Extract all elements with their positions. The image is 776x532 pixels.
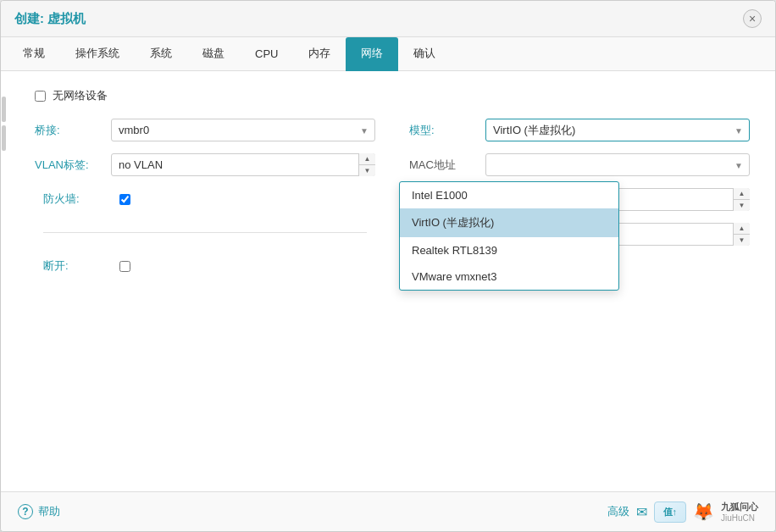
multiqueue-down-arrow[interactable]: ▼ bbox=[734, 235, 750, 246]
tab-cpu[interactable]: CPU bbox=[240, 39, 293, 70]
strip-button-2[interactable] bbox=[2, 125, 6, 151]
model-row: 模型: VirtIO (半虚拟化) Intel E1000 Realtek RT… bbox=[409, 119, 750, 141]
vlan-up-arrow[interactable]: ▲ bbox=[359, 153, 375, 165]
model-select-wrapper: VirtIO (半虚拟化) Intel E1000 Realtek RTL813… bbox=[485, 119, 750, 141]
vlan-spinner-arrows: ▲ ▼ bbox=[358, 153, 375, 176]
bridge-row: 桥接: vmbr0 bbox=[35, 119, 375, 141]
footer-left: ? 帮助 bbox=[18, 504, 60, 519]
dropdown-item-vmware[interactable]: VMware vmxnet3 bbox=[400, 263, 618, 290]
tab-os[interactable]: 操作系统 bbox=[60, 37, 135, 71]
firewall-checkbox[interactable] bbox=[119, 194, 130, 205]
fox-icon: 🦊 bbox=[693, 502, 714, 522]
mac-select-wrapper bbox=[485, 153, 750, 176]
mac-label: MAC地址 bbox=[409, 158, 477, 173]
left-column: 桥接: vmbr0 VLAN标签: ▲ ▼ bbox=[35, 119, 375, 274]
vlan-label: VLAN标签: bbox=[35, 158, 103, 173]
rate-up-arrow[interactable]: ▲ bbox=[734, 188, 750, 200]
no-network-row: 无网络设备 bbox=[35, 88, 750, 103]
multiqueue-spinner-arrows: ▲ ▼ bbox=[733, 223, 750, 246]
disconnect-checkbox[interactable] bbox=[119, 261, 130, 272]
site-info: 九狐问心 JiuHuCN bbox=[721, 501, 758, 523]
dialog-title: 创建: 虚拟机 bbox=[14, 11, 86, 27]
jiuhu-label: JiuHuCN bbox=[721, 513, 755, 523]
no-network-label[interactable]: 无网络设备 bbox=[35, 88, 108, 103]
dropdown-item-intel[interactable]: Intel E1000 bbox=[400, 182, 618, 208]
tab-system[interactable]: 系统 bbox=[135, 37, 187, 71]
model-label: 模型: bbox=[409, 123, 477, 138]
strip-button-1[interactable] bbox=[2, 97, 6, 122]
vlan-row: VLAN标签: ▲ ▼ bbox=[35, 153, 375, 176]
dropdown-item-realtek[interactable]: Realtek RTL8139 bbox=[400, 237, 618, 263]
advanced-icon: ✉ bbox=[636, 504, 647, 520]
dialog-header: 创建: 虚拟机 × bbox=[1, 1, 775, 37]
tab-confirm[interactable]: 确认 bbox=[398, 37, 451, 71]
tab-bar: 常规 操作系统 系统 磁盘 CPU 内存 网络 确认 bbox=[1, 37, 775, 71]
firewall-label: 防火墙: bbox=[43, 191, 111, 207]
mac-input[interactable] bbox=[485, 153, 750, 176]
help-icon: ? bbox=[18, 504, 33, 519]
no-network-text: 无网络设备 bbox=[53, 88, 108, 103]
dialog-footer: ? 帮助 高级 ✉ 值↑ 🦊 九狐问心 JiuHuCN bbox=[1, 491, 775, 531]
firewall-row: 防火墙: bbox=[43, 191, 375, 207]
help-button[interactable]: ? 帮助 bbox=[18, 504, 60, 519]
site-label: 九狐问心 bbox=[721, 501, 758, 513]
bridge-label: 桥接: bbox=[35, 123, 103, 138]
disconnect-label: 断开: bbox=[43, 258, 111, 274]
vlan-down-arrow[interactable]: ▼ bbox=[359, 165, 375, 176]
model-dropdown-menu: Intel E1000 VirtIO (半虚拟化) Realtek RTL813… bbox=[399, 181, 619, 291]
no-network-checkbox[interactable] bbox=[35, 91, 46, 102]
advanced-label: 高级 bbox=[607, 504, 629, 519]
vlan-input[interactable] bbox=[111, 153, 375, 176]
tab-general[interactable]: 常规 bbox=[8, 37, 60, 71]
left-strip bbox=[1, 71, 6, 491]
vlan-spinner-wrapper: ▲ ▼ bbox=[111, 153, 375, 176]
rate-spinner-arrows: ▲ ▼ bbox=[733, 188, 750, 211]
help-label: 帮助 bbox=[38, 504, 60, 519]
rate-down-arrow[interactable]: ▼ bbox=[734, 200, 750, 211]
mac-row: MAC地址 bbox=[409, 153, 750, 176]
divider bbox=[43, 232, 367, 233]
bridge-select-wrapper: vmbr0 bbox=[111, 119, 375, 141]
dialog-body: 无网络设备 桥接: vmbr0 VLAN标签: bbox=[1, 71, 775, 491]
tab-network[interactable]: 网络 bbox=[346, 37, 398, 71]
close-button[interactable]: × bbox=[743, 9, 762, 28]
two-col-form: 桥接: vmbr0 VLAN标签: ▲ ▼ bbox=[35, 119, 750, 274]
bridge-select[interactable]: vmbr0 bbox=[111, 119, 375, 141]
model-select[interactable]: VirtIO (半虚拟化) Intel E1000 Realtek RTL813… bbox=[485, 119, 750, 141]
watermark-text: 值↑ bbox=[663, 507, 678, 517]
create-vm-dialog: 创建: 虚拟机 × 常规 操作系统 系统 磁盘 CPU 内存 网络 确认 无网络… bbox=[0, 0, 776, 532]
tab-memory[interactable]: 内存 bbox=[293, 37, 346, 71]
disconnect-row: 断开: bbox=[43, 258, 375, 274]
footer-right: 高级 ✉ 值↑ 🦊 九狐问心 JiuHuCN bbox=[607, 501, 759, 523]
close-icon: × bbox=[749, 12, 756, 25]
dropdown-item-virtio[interactable]: VirtIO (半虚拟化) bbox=[400, 208, 618, 237]
watermark-box: 值↑ bbox=[654, 502, 687, 523]
multiqueue-up-arrow[interactable]: ▲ bbox=[734, 223, 750, 235]
tab-disk[interactable]: 磁盘 bbox=[187, 37, 240, 71]
